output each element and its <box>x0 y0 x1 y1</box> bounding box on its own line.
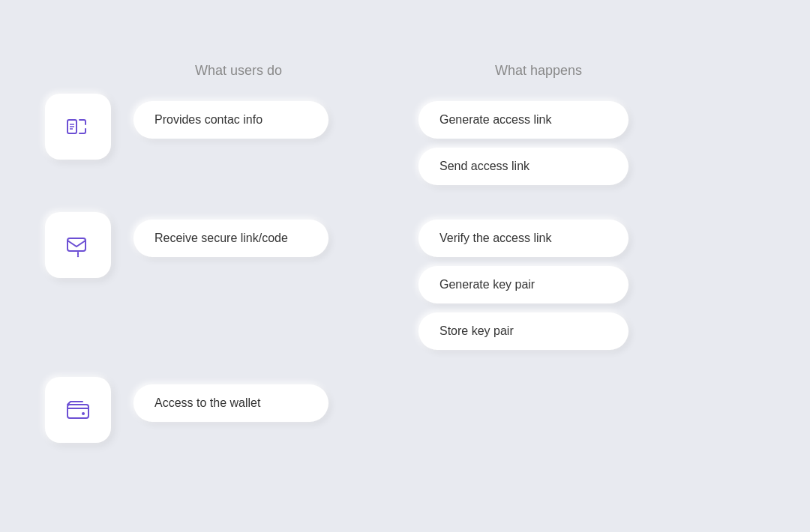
svg-point-6 <box>77 255 79 256</box>
system-action-pill-2-3: Store key pair <box>418 312 628 350</box>
email-icon-box <box>45 212 111 278</box>
scanner-icon-box <box>45 94 111 160</box>
wallet-icon <box>63 395 93 425</box>
user-action-pill-1: Provides contac info <box>134 101 328 139</box>
row-3: Access to the wallet <box>45 377 765 443</box>
user-pill-col-2: Receive secure link/code <box>134 212 358 257</box>
system-pills-col-2: Verify the access link Generate key pair… <box>418 212 628 350</box>
system-action-pill-1-2: Send access link <box>418 148 628 185</box>
user-pill-col-3: Access to the wallet <box>134 377 358 422</box>
system-action-pill-1-1: Generate access link <box>418 101 628 139</box>
user-action-pill-2: Receive secure link/code <box>134 220 328 257</box>
wallet-icon-box <box>45 377 111 443</box>
user-action-pill-3: Access to the wallet <box>134 384 328 422</box>
system-action-pill-2-2: Generate key pair <box>418 266 628 303</box>
system-column-header: What happens <box>495 63 735 79</box>
user-pill-col-1: Provides contac info <box>134 94 358 139</box>
diagram: What users do What happens Provides cont… <box>45 48 765 485</box>
system-action-pill-2-1: Verify the access link <box>418 220 628 257</box>
scanner-icon <box>63 112 93 142</box>
users-column-header: What users do <box>195 63 435 79</box>
svg-point-8 <box>82 412 85 415</box>
column-headers: What users do What happens <box>195 63 765 79</box>
email-icon <box>63 230 93 260</box>
row-2: Receive secure link/code Verify the acce… <box>45 212 765 350</box>
row-1: Provides contac info Generate access lin… <box>45 94 765 185</box>
svg-rect-4 <box>68 238 86 251</box>
system-pills-col-1: Generate access link Send access link <box>418 94 628 185</box>
svg-rect-7 <box>68 405 88 418</box>
